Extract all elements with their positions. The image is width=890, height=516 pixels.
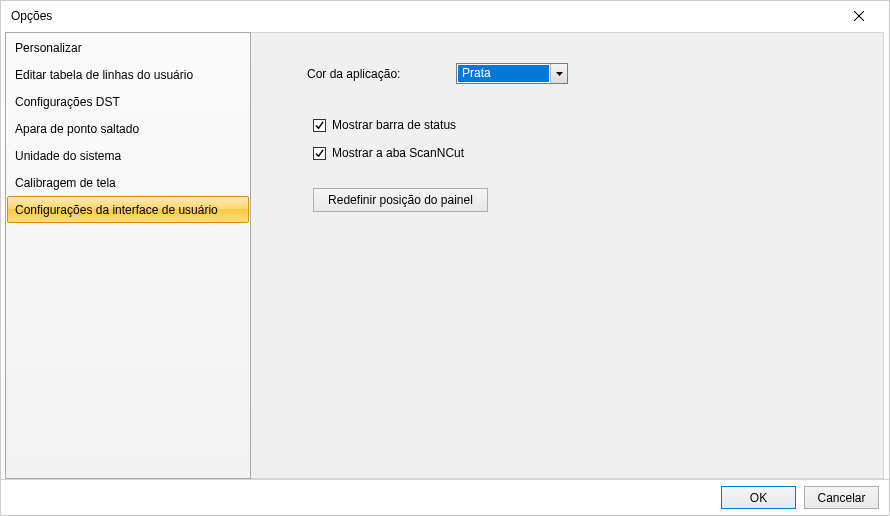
- chevron-down-icon: [550, 64, 567, 83]
- app-color-value: Prata: [458, 65, 549, 82]
- sidebar-item-ui-settings[interactable]: Configurações da interface de usuário: [7, 196, 249, 223]
- show-scanncut-checkbox[interactable]: [313, 147, 326, 160]
- show-statusbar-checkbox[interactable]: [313, 119, 326, 132]
- sidebar-item-personalize[interactable]: Personalizar: [7, 34, 249, 61]
- sidebar-item-jump-trim[interactable]: Apara de ponto saltado: [7, 115, 249, 142]
- sidebar-item-label: Apara de ponto saltado: [15, 122, 139, 136]
- close-icon: [854, 11, 864, 21]
- app-color-label: Cor da aplicação:: [307, 67, 456, 81]
- sidebar-item-label: Calibragem de tela: [15, 176, 116, 190]
- cancel-label: Cancelar: [817, 491, 865, 505]
- options-dialog: Opções Personalizar Editar tabela de lin…: [0, 0, 890, 516]
- show-scanncut-row: Mostrar a aba ScanNCut: [313, 146, 883, 160]
- reset-panel-label: Redefinir posição do painel: [328, 193, 473, 207]
- ok-label: OK: [750, 491, 767, 505]
- sidebar-item-label: Unidade do sistema: [15, 149, 121, 163]
- sidebar-item-screen-calibration[interactable]: Calibragem de tela: [7, 169, 249, 196]
- sidebar-item-thread-table[interactable]: Editar tabela de linhas do usuário: [7, 61, 249, 88]
- titlebar: Opções: [1, 1, 889, 31]
- close-button[interactable]: [839, 1, 879, 31]
- sidebar-item-label: Editar tabela de linhas do usuário: [15, 68, 193, 82]
- sidebar-item-dst[interactable]: Configurações DST: [7, 88, 249, 115]
- show-statusbar-row: Mostrar barra de status: [313, 118, 883, 132]
- app-color-dropdown[interactable]: Prata: [456, 63, 568, 84]
- check-icon: [315, 149, 324, 158]
- content-panel: Cor da aplicação: Prata Mostrar barra de…: [251, 32, 884, 479]
- dialog-footer: OK Cancelar: [1, 479, 889, 515]
- sidebar-item-label: Personalizar: [15, 41, 82, 55]
- sidebar-item-label: Configurações da interface de usuário: [15, 203, 218, 217]
- sidebar: Personalizar Editar tabela de linhas do …: [5, 32, 251, 479]
- check-icon: [315, 121, 324, 130]
- cancel-button[interactable]: Cancelar: [804, 486, 879, 509]
- show-scanncut-label[interactable]: Mostrar a aba ScanNCut: [332, 146, 464, 160]
- dialog-body: Personalizar Editar tabela de linhas do …: [1, 31, 889, 479]
- app-color-row: Cor da aplicação: Prata: [307, 63, 883, 84]
- reset-panel-button[interactable]: Redefinir posição do painel: [313, 188, 488, 212]
- titlebar-title: Opções: [11, 9, 839, 23]
- show-statusbar-label[interactable]: Mostrar barra de status: [332, 118, 456, 132]
- sidebar-item-system-unit[interactable]: Unidade do sistema: [7, 142, 249, 169]
- sidebar-item-label: Configurações DST: [15, 95, 120, 109]
- ok-button[interactable]: OK: [721, 486, 796, 509]
